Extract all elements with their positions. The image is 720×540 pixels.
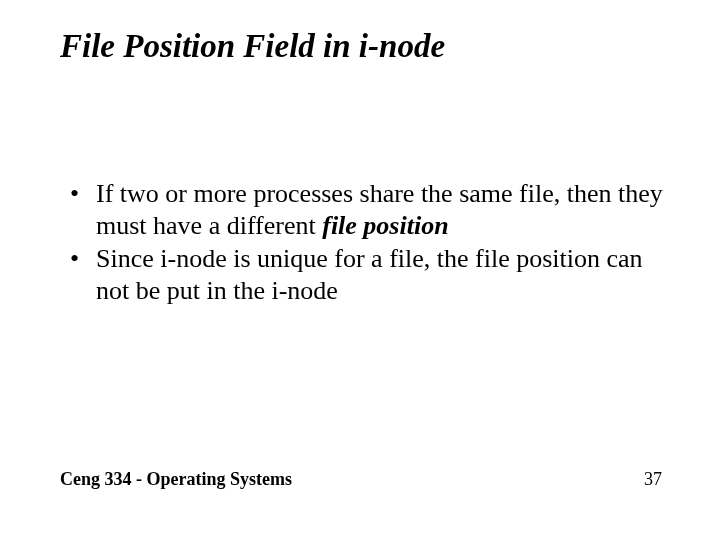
bullet-item: If two or more processes share the same …	[68, 178, 670, 241]
bullet-list: If two or more processes share the same …	[68, 178, 670, 307]
bullet-text: Since i-node is unique for a file, the f…	[96, 244, 643, 305]
slide-title: File Position Field in i-node	[60, 28, 445, 65]
footer-text: Ceng 334 - Operating Systems	[60, 469, 292, 490]
slide: File Position Field in i-node If two or …	[0, 0, 720, 540]
page-number: 37	[644, 469, 662, 490]
bullet-item: Since i-node is unique for a file, the f…	[68, 243, 670, 306]
slide-content: If two or more processes share the same …	[68, 178, 670, 309]
bullet-emph: file position	[322, 211, 448, 240]
